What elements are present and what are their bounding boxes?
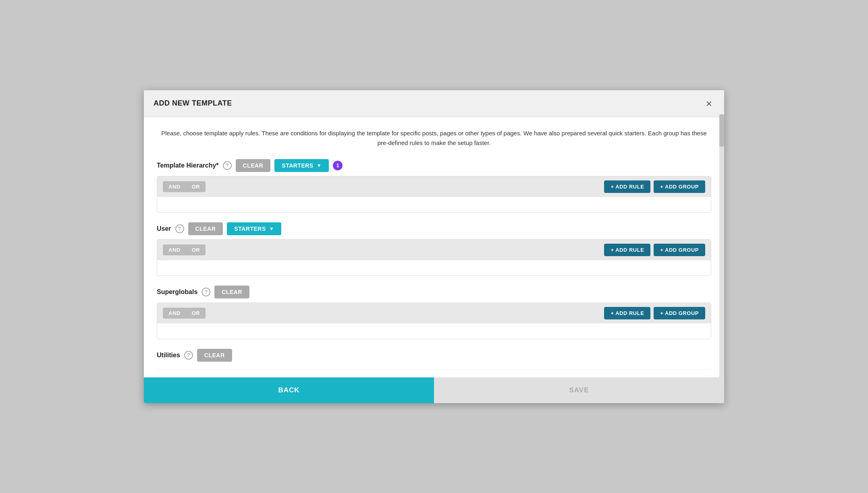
template-hierarchy-help-icon[interactable]: ? [223,161,232,170]
user-logic-buttons: AND OR [163,244,206,255]
superglobals-label: Superglobals [157,288,197,296]
superglobals-section: Superglobals ? CLEAR AND OR + ADD RULE +… [157,286,711,339]
template-hierarchy-rule-content [157,197,711,212]
template-hierarchy-label: Template Hierarchy* [157,162,219,169]
template-hierarchy-starters-button[interactable]: STARTERS ▼ [274,159,329,172]
user-action-buttons: + ADD RULE + ADD GROUP [604,244,705,256]
modal-footer: BACK SAVE [144,377,724,403]
template-hierarchy-rule-box: AND OR + ADD RULE + ADD GROUP [157,176,711,213]
user-header: User ? CLEAR STARTERS ▼ [157,222,711,235]
superglobals-rule-box: AND OR + ADD RULE + ADD GROUP [157,302,711,339]
scrollbar[interactable] [719,114,724,379]
template-hierarchy-rule-top: AND OR + ADD RULE + ADD GROUP [157,176,711,197]
template-hierarchy-badge: 1 [333,161,343,170]
modal-title: ADD NEW TEMPLATE [154,99,232,108]
template-hierarchy-or-button[interactable]: OR [186,181,206,192]
superglobals-clear-button[interactable]: CLEAR [214,286,249,298]
user-rule-content [157,260,711,276]
user-help-icon[interactable]: ? [175,224,184,233]
superglobals-action-buttons: + ADD RULE + ADD GROUP [604,307,705,319]
utilities-header: Utilities ? CLEAR [157,349,711,362]
template-hierarchy-clear-button[interactable]: CLEAR [236,159,271,172]
superglobals-rule-content [157,323,711,339]
utilities-clear-button[interactable]: CLEAR [197,349,232,362]
utilities-help-icon[interactable]: ? [184,351,193,360]
user-add-rule-button[interactable]: + ADD RULE [604,244,650,256]
description-text: Please, choose template apply rules. The… [157,128,711,148]
save-button[interactable]: SAVE [434,377,724,403]
user-rule-top: AND OR + ADD RULE + ADD GROUP [157,240,711,260]
superglobals-add-group-button[interactable]: + ADD GROUP [654,307,705,319]
user-clear-button[interactable]: CLEAR [188,222,223,235]
user-and-button[interactable]: AND [163,244,186,255]
utilities-section: Utilities ? CLEAR [157,349,711,369]
user-starters-button[interactable]: STARTERS ▼ [227,222,281,235]
user-section: User ? CLEAR STARTERS ▼ AND OR + ADD RUL… [157,222,711,276]
back-button[interactable]: BACK [144,377,434,403]
user-rule-box: AND OR + ADD RULE + ADD GROUP [157,239,711,276]
superglobals-or-button[interactable]: OR [186,308,206,319]
modal-body: Please, choose template apply rules. The… [144,117,724,369]
modal-header: ADD NEW TEMPLATE × [144,90,724,117]
superglobals-rule-top: AND OR + ADD RULE + ADD GROUP [157,303,711,323]
template-hierarchy-add-rule-button[interactable]: + ADD RULE [604,180,650,193]
template-hierarchy-action-buttons: + ADD RULE + ADD GROUP [604,180,705,193]
superglobals-logic-buttons: AND OR [163,308,206,319]
superglobals-add-rule-button[interactable]: + ADD RULE [604,307,650,319]
scrollbar-thumb[interactable] [719,114,724,147]
chevron-down-icon: ▼ [317,163,322,168]
superglobals-header: Superglobals ? CLEAR [157,286,711,298]
user-label: User [157,225,171,232]
template-hierarchy-header: Template Hierarchy* ? CLEAR STARTERS ▼ 1 [157,159,711,172]
template-hierarchy-section: Template Hierarchy* ? CLEAR STARTERS ▼ 1… [157,159,711,213]
user-add-group-button[interactable]: + ADD GROUP [654,244,705,256]
add-template-modal: ADD NEW TEMPLATE × Please, choose templa… [144,90,724,403]
template-hierarchy-and-button[interactable]: AND [163,181,186,192]
template-hierarchy-logic-buttons: AND OR [163,181,206,192]
template-hierarchy-add-group-button[interactable]: + ADD GROUP [654,180,705,193]
utilities-label: Utilities [157,352,180,359]
superglobals-help-icon[interactable]: ? [201,288,210,296]
chevron-down-icon: ▼ [269,226,274,232]
superglobals-and-button[interactable]: AND [163,308,186,319]
user-or-button[interactable]: OR [186,244,206,255]
close-button[interactable]: × [704,97,714,110]
